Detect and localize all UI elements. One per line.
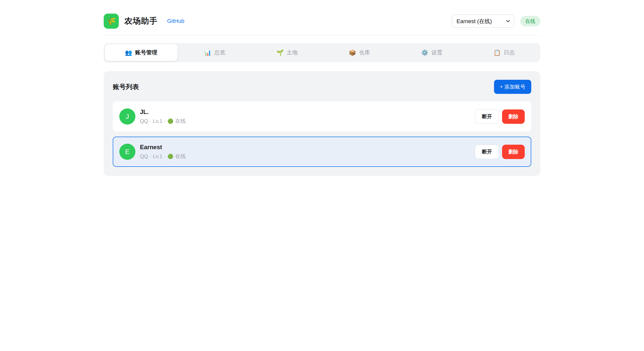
- tab-logs[interactable]: 📋 日志: [468, 44, 541, 61]
- account-select[interactable]: Earnest (在线): [452, 15, 514, 28]
- app-header: 🌾 农场助手 GitHub Earnest (在线) 在线: [104, 0, 540, 35]
- warehouse-icon: 📦: [349, 50, 356, 56]
- account-info: Earnest QQ · Lv.1 · 🟢 在线: [140, 144, 186, 160]
- land-icon: 🌱: [276, 50, 284, 56]
- avatar: E: [119, 144, 135, 160]
- status-badge: 在线: [520, 16, 540, 26]
- accounts-icon: 👥: [125, 50, 132, 56]
- account-row[interactable]: J JL. QQ · Lv.1 · 🟢 在线 断开 删除: [113, 101, 531, 132]
- panel-title: 账号列表: [113, 83, 139, 91]
- account-panel: 账号列表 + 添加账号 J JL. QQ · Lv.1 · 🟢 在线 断开 删除…: [104, 71, 540, 176]
- tab-bar: 👥 账号管理 📊 总览 🌱 土地 📦 仓库 ⚙️ 设置 📋 日志: [104, 43, 540, 62]
- account-info: JL. QQ · Lv.1 · 🟢 在线: [140, 108, 186, 125]
- account-name: JL.: [140, 108, 186, 115]
- account-name: Earnest: [140, 144, 186, 151]
- github-link[interactable]: GitHub: [167, 18, 184, 24]
- header-right: Earnest (在线) 在线: [452, 15, 540, 28]
- disconnect-button[interactable]: 断开: [475, 109, 499, 124]
- tab-overview[interactable]: 📊 总览: [179, 44, 251, 61]
- wheat-icon: 🌾: [106, 17, 116, 25]
- page: 🌾 农场助手 GitHub Earnest (在线) 在线 👥 账号管理 📊 总…: [104, 0, 540, 176]
- settings-icon: ⚙️: [421, 50, 428, 56]
- delete-button[interactable]: 删除: [502, 145, 525, 159]
- account-meta: QQ · Lv.1 · 🟢 在线: [140, 153, 186, 160]
- tab-land[interactable]: 🌱 土地: [251, 44, 323, 61]
- account-actions: 断开 删除: [475, 109, 525, 124]
- status-dot-icon: 🟢: [167, 119, 173, 124]
- delete-button[interactable]: 删除: [502, 109, 525, 124]
- app-logo: 🌾: [104, 14, 119, 29]
- disconnect-button[interactable]: 断开: [475, 145, 499, 159]
- avatar: J: [119, 108, 135, 125]
- panel-header: 账号列表 + 添加账号: [113, 80, 531, 94]
- account-meta-text: QQ · Lv.1 ·: [140, 153, 166, 159]
- account-meta: QQ · Lv.1 · 🟢 在线: [140, 118, 186, 125]
- overview-icon: 📊: [204, 50, 211, 56]
- account-status: 在线: [175, 118, 186, 125]
- account-list: J JL. QQ · Lv.1 · 🟢 在线 断开 删除 E Earnest Q…: [113, 101, 531, 167]
- page-title: 农场助手: [124, 16, 158, 27]
- account-meta-text: QQ · Lv.1 ·: [140, 118, 166, 124]
- status-dot-icon: 🟢: [167, 154, 173, 159]
- account-row[interactable]: E Earnest QQ · Lv.1 · 🟢 在线 断开 删除: [113, 137, 531, 167]
- tab-settings[interactable]: ⚙️ 设置: [396, 44, 468, 61]
- account-status: 在线: [175, 153, 186, 160]
- tab-accounts[interactable]: 👥 账号管理: [105, 44, 177, 61]
- add-account-button[interactable]: + 添加账号: [494, 80, 531, 94]
- account-select-wrap: Earnest (在线): [452, 15, 514, 28]
- logs-icon: 📋: [494, 50, 501, 56]
- account-actions: 断开 删除: [475, 145, 525, 159]
- tab-warehouse[interactable]: 📦 仓库: [323, 44, 396, 61]
